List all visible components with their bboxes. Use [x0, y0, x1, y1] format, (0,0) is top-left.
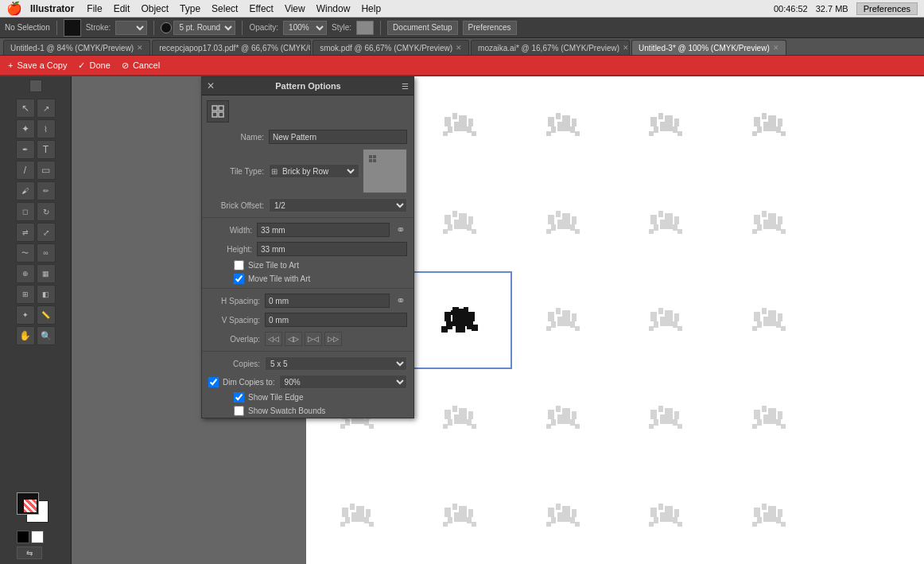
magic-wand-tool[interactable]: ✦ [16, 119, 35, 138]
cancel-button[interactable]: ⊘ Cancel [122, 60, 160, 71]
grid-icon-btn[interactable] [207, 100, 229, 123]
svg-rect-171 [660, 414, 673, 424]
blend-tool[interactable]: ∞ [37, 243, 56, 263]
svg-rect-58 [448, 224, 452, 231]
white-swatch[interactable] [31, 531, 44, 543]
preferences-button[interactable]: Preferences [856, 2, 918, 15]
tab-1[interactable]: recepcjapop17.03.pdf* @ 66,67% (CMYK/Out… [152, 40, 311, 55]
menu-file[interactable]: File [87, 3, 102, 14]
reflect-tool[interactable]: ⇌ [16, 223, 35, 242]
direct-selection-tool[interactable]: ↗ [37, 99, 56, 118]
rect-tool[interactable]: ▭ [37, 161, 56, 180]
doc-setup-button[interactable]: Document Setup [387, 21, 458, 35]
preferences-toolbar-button[interactable]: Preferences [463, 21, 517, 35]
type-tool[interactable]: T [37, 140, 56, 159]
panel-menu-button[interactable]: ☰ [402, 82, 409, 91]
tab-close-4[interactable]: ✕ [773, 44, 779, 52]
black-swatch[interactable] [17, 531, 29, 543]
eyedropper-tool[interactable]: ✦ [16, 305, 35, 325]
svg-rect-190 [340, 522, 345, 527]
svg-rect-13 [448, 126, 452, 133]
h-spacing-input[interactable] [265, 294, 390, 308]
show-tile-edge-checkbox[interactable] [234, 392, 244, 403]
eraser-tool[interactable]: ◻ [16, 202, 35, 221]
brick-offset-select[interactable]: 1/2 1/3 1/4 1/5 [269, 198, 407, 212]
menu-type[interactable]: Type [180, 3, 200, 14]
size-tile-checkbox[interactable] [234, 260, 244, 270]
gradient-tool[interactable]: ◧ [37, 285, 56, 304]
tab-3[interactable]: mozaika.ai* @ 16,67% (CMYK/Preview) ✕ [471, 40, 630, 55]
tab-0[interactable]: Untitled-1 @ 84% (CMYK/Preview) ✕ [3, 40, 150, 55]
symbol-tool[interactable]: ⊕ [16, 264, 35, 283]
warp-tool[interactable]: 〜 [16, 243, 35, 263]
collapse-icon[interactable] [29, 80, 42, 92]
svg-rect-172 [649, 424, 654, 429]
dim-copies-checkbox[interactable] [208, 377, 219, 387]
svg-rect-166 [658, 406, 663, 412]
apple-menu[interactable]: 🍎 [6, 1, 22, 16]
svg-rect-159 [572, 411, 577, 419]
menu-window[interactable]: Window [316, 3, 351, 14]
menu-select[interactable]: Select [212, 3, 238, 14]
column-chart-tool[interactable]: ▦ [37, 264, 56, 283]
name-input[interactable] [269, 130, 407, 144]
overlap-btn-rl[interactable]: ▷◁ [305, 332, 322, 346]
tab-2[interactable]: smok.pdf @ 66,67% (CMYK/Preview) ✕ [313, 40, 469, 55]
divider-1 [202, 217, 413, 218]
stroke-width-select[interactable] [115, 21, 147, 35]
svg-rect-67 [551, 224, 556, 231]
pencil-tool[interactable]: ✏ [37, 181, 56, 200]
menu-object[interactable]: Object [141, 3, 169, 14]
dim-copies-select[interactable]: 80% 90% 100% [279, 375, 407, 389]
overlap-btn-rr[interactable]: ▷▷ [324, 332, 342, 346]
done-button[interactable]: ✓ Done [78, 60, 110, 71]
tab-4[interactable]: Untitled-3* @ 100% (CMYK/Preview) ✕ [631, 40, 786, 55]
move-tile-checkbox[interactable] [234, 274, 244, 284]
stroke-swatch-color[interactable] [17, 492, 39, 515]
svg-rect-199 [443, 522, 448, 527]
show-swatch-bounds-checkbox[interactable] [234, 406, 244, 416]
menu-effect[interactable]: Effect [249, 3, 273, 14]
copies-select[interactable]: 3 x 3 5 x 5 7 x 7 [265, 356, 407, 371]
save-copy-button[interactable]: + Save a Copy [8, 60, 67, 70]
svg-rect-35 [677, 131, 682, 136]
tab-close-0[interactable]: ✕ [137, 44, 143, 52]
scale-tool[interactable]: ⤢ [37, 223, 56, 242]
brush-select[interactable]: 5 pt. Round [173, 21, 235, 35]
overlap-btn-ll[interactable]: ◁◁ [265, 332, 282, 346]
lasso-tool[interactable]: ⌇ [37, 119, 56, 138]
panel-close-button[interactable]: ✕ [207, 80, 215, 91]
none-indicator [24, 500, 37, 512]
menu-help[interactable]: Help [361, 3, 381, 14]
zoom-tool[interactable]: 🔍 [37, 326, 56, 345]
svg-rect-228 [212, 106, 217, 111]
menu-edit[interactable]: Edit [114, 3, 130, 14]
width-input[interactable] [257, 223, 390, 237]
line-tool[interactable]: / [16, 161, 35, 180]
overlap-btn-lr[interactable]: ◁▷ [285, 332, 302, 346]
link-spacing-icon[interactable]: ⚭ [396, 294, 406, 307]
hand-tool[interactable]: ✋ [16, 326, 35, 345]
paintbrush-tool[interactable]: 🖌 [16, 181, 35, 200]
swap-colors-btn[interactable]: ⇆ [17, 546, 42, 559]
tab-close-2[interactable]: ✕ [456, 44, 462, 52]
stroke-swatch[interactable] [64, 19, 81, 37]
svg-rect-66 [572, 216, 577, 224]
rotate-tool[interactable]: ↻ [37, 202, 56, 221]
svg-rect-179 [776, 419, 781, 426]
selection-tool[interactable]: ↖ [16, 99, 35, 118]
checkmark-icon: ✓ [78, 60, 85, 70]
cell-r1c4 [718, 174, 821, 272]
tab-close-3[interactable]: ✕ [623, 44, 629, 52]
v-spacing-input[interactable] [265, 313, 407, 327]
pen-tool[interactable]: ✒ [16, 140, 35, 159]
height-input[interactable] [257, 242, 407, 256]
tile-type-select[interactable]: Grid Brick by Row Brick by Column Hex by… [279, 166, 357, 177]
mesh-tool[interactable]: ⊞ [16, 285, 35, 304]
canvas-area[interactable]: ✕ Pattern Options ☰ Name: Tile Type: ⊞ [72, 76, 924, 564]
menu-view[interactable]: View [285, 3, 305, 14]
name-row: Name: [202, 127, 413, 146]
measure-tool[interactable]: 📏 [37, 305, 56, 325]
opacity-select[interactable]: 100% [283, 21, 327, 35]
link-dimensions-icon[interactable]: ⚭ [396, 224, 406, 236]
